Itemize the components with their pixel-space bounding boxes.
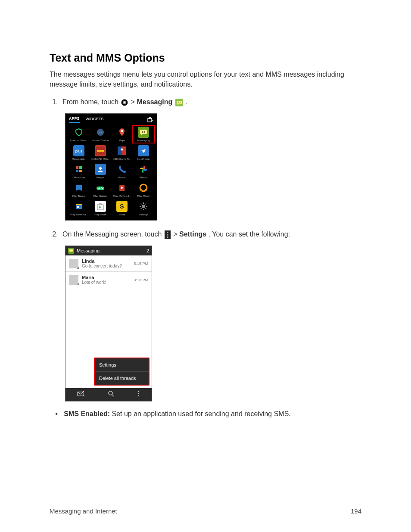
- svg-rect-22: [122, 146, 126, 155]
- app-icon: [116, 127, 128, 138]
- tab-widgets[interactable]: WIDGETS: [86, 117, 104, 123]
- thread-name: Maria: [82, 275, 134, 280]
- page-heading: Text and MMS Options: [50, 52, 361, 64]
- svg-point-1: [123, 101, 124, 102]
- svg-rect-28: [79, 170, 82, 172]
- option-sms-enabled-text: Set up an application used for sending a…: [112, 410, 290, 417]
- svg-rect-53: [167, 232, 168, 233]
- messaging-screenshot: Messaging 2 LindaGo to concert today?5:1…: [65, 246, 152, 401]
- app-icon: [138, 201, 149, 212]
- app-label: NBA Game Ti..: [113, 158, 131, 160]
- app-play-music[interactable]: Play Music: [133, 181, 154, 198]
- app-icon: [138, 164, 149, 175]
- app-play-store[interactable]: Play Store: [90, 200, 111, 217]
- thread-content: LindaGo to concert today?: [82, 258, 134, 268]
- options-list: SMS Enabled: Set up an application used …: [50, 410, 361, 418]
- svg-text:plus: plus: [75, 149, 83, 153]
- avatar: [69, 275, 78, 285]
- thread-list: LindaGo to concert today?5:15 PMMariaLot…: [65, 255, 152, 288]
- app-label: Messaging+: [72, 158, 86, 160]
- app-photos[interactable]: Photos: [133, 163, 154, 180]
- app-scout[interactable]: SScout: [111, 200, 133, 217]
- tab-apps[interactable]: APPS: [69, 116, 80, 123]
- svg-line-50: [146, 204, 146, 205]
- step-2-gt: >: [173, 230, 179, 238]
- search-icon[interactable]: [108, 390, 115, 399]
- svg-line-48: [141, 204, 142, 205]
- svg-point-32: [102, 188, 103, 189]
- svg-point-11: [178, 102, 179, 103]
- menu-item-delete-all[interactable]: Delete all threads: [95, 372, 149, 385]
- svg-point-13: [97, 129, 104, 136]
- svg-point-59: [138, 391, 140, 392]
- app-phone[interactable]: Phone: [111, 163, 133, 180]
- intro-paragraph: The messages settings menu lets you cont…: [50, 69, 361, 89]
- messaging-footer-bar: [65, 388, 152, 401]
- app-maps[interactable]: Maps: [111, 126, 133, 143]
- app-label: Messaging: [137, 139, 149, 142]
- app-label: Play Books: [72, 195, 85, 197]
- svg-point-43: [142, 205, 145, 208]
- thread-row[interactable]: LindaGo to concert today?5:15 PM: [65, 255, 152, 272]
- svg-rect-26: [79, 166, 82, 169]
- option-sms-enabled: SMS Enabled: Set up an application used …: [56, 410, 361, 418]
- shop-icon[interactable]: [147, 117, 153, 122]
- app-officesuite[interactable]: OfficeSuite: [68, 163, 90, 180]
- svg-point-16: [144, 131, 145, 132]
- app-play-books[interactable]: Play Books: [68, 181, 90, 198]
- app-play-newssta[interactable]: Play Newssta..: [68, 200, 90, 217]
- svg-rect-25: [76, 166, 78, 169]
- app-icon: [73, 201, 84, 212]
- step-1-text: From home, touch > Messaging .: [62, 97, 361, 107]
- app-play-movies[interactable]: Play Movies &..: [111, 181, 133, 198]
- app-settings[interactable]: Settings: [133, 200, 154, 217]
- messaging-screenshot-header: Messaging 2: [65, 246, 152, 255]
- app-icon: [138, 127, 149, 138]
- svg-line-51: [141, 208, 142, 209]
- svg-rect-21: [118, 146, 122, 155]
- app-label: Photos: [140, 176, 148, 179]
- overflow-icon[interactable]: [137, 390, 140, 399]
- apps-icon: [121, 99, 128, 106]
- app-icon: [116, 182, 128, 193]
- step-1-pre: From home, touch: [62, 98, 120, 106]
- step-2-post: . You can set the following:: [209, 230, 290, 238]
- app-nascar-mob[interactable]: NASCAR Mob..: [90, 144, 111, 161]
- app-label: NASCAR Mob..: [91, 158, 109, 160]
- menu-item-settings[interactable]: Settings: [95, 358, 149, 372]
- svg-point-8: [124, 103, 125, 104]
- svg-point-12: [180, 102, 181, 103]
- svg-point-58: [109, 391, 112, 395]
- app-icon: [95, 201, 106, 212]
- overflow-menu-icon: [165, 230, 171, 239]
- svg-text:S: S: [120, 203, 124, 210]
- avatar: [69, 259, 78, 268]
- compose-icon[interactable]: [77, 391, 85, 398]
- app-messaging[interactable]: Messaging: [133, 126, 154, 143]
- app-label: People: [97, 176, 105, 179]
- step-1: From home, touch > Messaging . APPS WIDG…: [60, 97, 361, 221]
- app-nba-game-ti[interactable]: NBA Game Ti..: [111, 144, 133, 161]
- svg-point-60: [138, 393, 140, 395]
- app-label: Lumen Toolbar: [92, 139, 109, 142]
- app-lookout-secu[interactable]: Lookout Secu..: [68, 126, 90, 143]
- svg-rect-20: [97, 150, 104, 152]
- app-play-games[interactable]: Play Games: [90, 181, 111, 198]
- svg-rect-34: [99, 187, 100, 189]
- app-label: Lookout Secu..: [70, 139, 87, 142]
- step-2-settings-label: Settings: [179, 230, 206, 238]
- app-label: Scout: [118, 213, 125, 216]
- app-icon: S: [116, 201, 128, 212]
- app-nextradio[interactable]: NextRadio: [133, 144, 154, 161]
- page-footer: Messaging and Internet 194: [50, 507, 361, 515]
- app-messaging[interactable]: plusMessaging+: [68, 144, 90, 161]
- svg-point-14: [121, 130, 123, 132]
- svg-point-30: [99, 167, 102, 170]
- thread-row[interactable]: MariaLots of work!3:18 PM: [65, 272, 152, 288]
- apps-grid: Lookout Secu..Lumen ToolbarMapsMessaging…: [65, 124, 157, 220]
- app-people[interactable]: People: [90, 163, 111, 180]
- app-lumen-toolbar[interactable]: Lumen Toolbar: [90, 126, 111, 143]
- app-icon: [138, 182, 149, 193]
- app-label: Play Music: [137, 195, 149, 197]
- svg-point-7: [123, 103, 124, 104]
